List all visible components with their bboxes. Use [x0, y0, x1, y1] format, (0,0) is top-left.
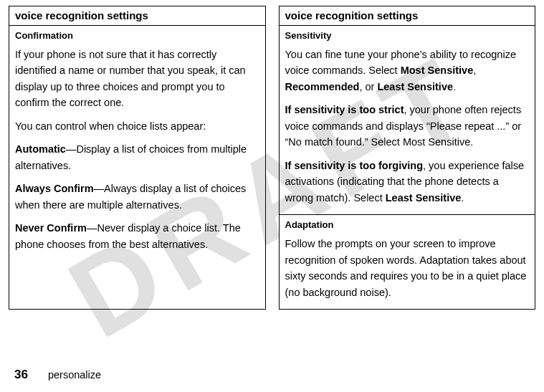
confirmation-p2: You can control when choice lists appear… [15, 118, 259, 134]
confirmation-always: Always Confirm—Always display a list of … [15, 181, 259, 213]
footer-label: personalize [48, 369, 101, 381]
left-column: voice recognition settings Confirmation … [9, 6, 266, 310]
sensitivity-intro-end: . [453, 81, 456, 92]
sensitivity-intro: You can fine tune your phone’s ability t… [285, 47, 530, 95]
sensitivity-sep2: , or [359, 81, 377, 92]
page-number: 36 [14, 368, 28, 382]
sensitivity-sep1: , [473, 64, 476, 76]
content-columns: voice recognition settings Confirmation … [9, 6, 535, 310]
sensitivity-opt1: Most Sensitive [401, 64, 474, 76]
automatic-label: Automatic [15, 143, 66, 155]
strict-label: If sensitivity is too strict [285, 104, 404, 115]
confirmation-automatic: Automatic—Display a list of choices from… [15, 141, 259, 173]
confirmation-heading: Confirmation [15, 30, 259, 41]
sensitivity-opt2: Recommended [285, 81, 360, 92]
sensitivity-section: Sensitivity You can fine tune your phone… [280, 26, 535, 215]
confirmation-never: Never Confirm—Never display a choice lis… [15, 220, 259, 252]
sensitivity-strict: If sensitivity is too strict, your phone… [285, 102, 530, 150]
forgiving-text-b: . [461, 192, 464, 204]
adaptation-p1: Follow the prompts on your screen to imp… [285, 236, 530, 300]
adaptation-section: Adaptation Follow the prompts on your sc… [280, 215, 535, 309]
never-confirm-label: Never Confirm [15, 222, 87, 234]
right-column: voice recognition settings Sensitivity Y… [279, 6, 536, 310]
confirmation-section: Confirmation If your phone is not sure t… [9, 26, 265, 261]
always-confirm-label: Always Confirm [15, 183, 94, 194]
forgiving-label: If sensitivity is too forgiving [285, 160, 424, 171]
right-header-row: voice recognition settings [280, 6, 535, 26]
sensitivity-heading: Sensitivity [285, 30, 530, 41]
left-header-row: voice recognition settings [9, 6, 265, 26]
right-header-text: voice recognition settings [285, 9, 419, 21]
sensitivity-opt3: Least Sensitive [377, 81, 453, 92]
sensitivity-forgiving: If sensitivity is too forgiving, you exp… [285, 158, 530, 206]
forgiving-opt: Least Sensitive [386, 192, 462, 204]
adaptation-heading: Adaptation [285, 219, 530, 230]
confirmation-p1: If your phone is not sure that it has co… [15, 47, 259, 111]
left-header-text: voice recognition settings [15, 9, 148, 21]
page-footer: 36 personalize [14, 368, 101, 382]
